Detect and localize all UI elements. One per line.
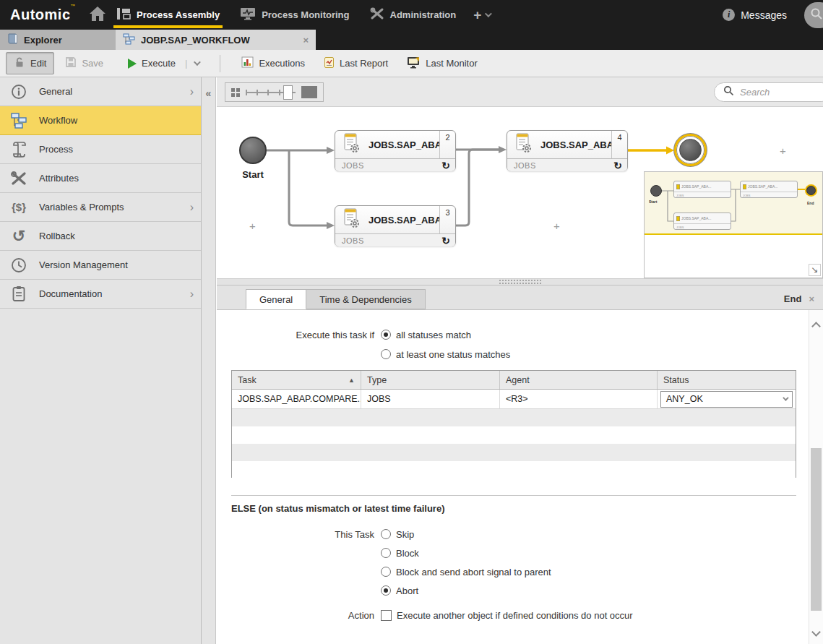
save-icon: [65, 56, 77, 70]
button-label: Save: [82, 58, 103, 69]
execute-dropdown-chevron-icon[interactable]: [194, 59, 201, 66]
zoom-slider-handle[interactable]: [283, 85, 293, 100]
sidebar-item-label: Process: [39, 144, 73, 155]
end-node-selected[interactable]: [674, 134, 707, 166]
status-dropdown[interactable]: ANY_OK: [660, 391, 793, 408]
sidebar-item-version-management[interactable]: Version Management: [0, 251, 201, 280]
dependencies-table: Task▲ Type Agent Status JOBS.SAP_ABAP.CO…: [231, 370, 796, 478]
scroll-up-icon[interactable]: [811, 322, 821, 331]
collapse-icon: «: [202, 87, 215, 99]
nav-label: Process Monitoring: [262, 9, 349, 20]
task-type-label: JOBS: [342, 236, 364, 245]
radio-abort[interactable]: [381, 585, 391, 596]
sidebar-item-label: Version Management: [39, 259, 128, 270]
close-icon[interactable]: ×: [303, 35, 309, 46]
this-task-label: This Task: [217, 529, 381, 540]
else-option-row: Abort: [217, 585, 418, 596]
execute-if-row-one: at least one status matches: [217, 348, 510, 360]
insert-task-plus-icon[interactable]: +: [249, 220, 256, 232]
execute-if-label: Execute this task if: [217, 330, 381, 340]
task-type-label: JOBS: [514, 161, 536, 170]
search-input[interactable]: [740, 87, 812, 98]
minimap-resize-icon[interactable]: ↘: [809, 264, 821, 276]
radio-label: Block: [396, 548, 419, 559]
clock-icon: [9, 257, 29, 273]
last-report-button[interactable]: Last Report: [316, 52, 396, 75]
workflow-task-node-4[interactable]: JOBS.SAP_ABA... 4 JOBS ↻: [507, 130, 628, 171]
cell-status: ANY_OK: [658, 390, 796, 408]
nav-process-assembly[interactable]: Process Assembly: [106, 0, 230, 30]
table-row[interactable]: JOBS.SAP_ABAP.COMPARE... JOBS <R3> ANY_O…: [232, 390, 796, 409]
minimap-task-node: JOBS.SAP_ABA... JOBS: [673, 181, 731, 198]
execute-another-object-checkbox[interactable]: [381, 610, 392, 621]
messages-button[interactable]: Messages: [741, 9, 787, 21]
column-header-type[interactable]: Type: [361, 371, 500, 389]
tab-explorer[interactable]: Explorer: [0, 30, 116, 50]
radio-at-least-one-status[interactable]: [381, 349, 391, 359]
monitor-icon: [407, 56, 421, 71]
sidebar-item-documentation[interactable]: Documentation ›: [0, 280, 201, 309]
radio-block[interactable]: [381, 548, 391, 558]
column-header-task[interactable]: Task▲: [232, 371, 361, 389]
nav-administration[interactable]: Administration: [360, 0, 467, 30]
radio-skip[interactable]: [381, 529, 391, 539]
sidebar-item-workflow[interactable]: Workflow: [0, 106, 201, 135]
workflow-canvas-header: [217, 77, 823, 107]
sidebar-collapse-strip[interactable]: «: [202, 77, 216, 644]
global-search-button[interactable]: [804, 2, 823, 28]
variables-icon: {$}: [9, 201, 29, 213]
start-node[interactable]: [239, 137, 267, 164]
sidebar-item-attributes[interactable]: Attributes: [0, 164, 201, 193]
tab-jobp-sap-workflow[interactable]: JOBP.SAP_WORKFLOW ×: [116, 30, 316, 50]
grid-view-icon[interactable]: [231, 88, 240, 97]
insert-task-plus-icon[interactable]: +: [553, 220, 560, 232]
panel-scrollbar[interactable]: [809, 310, 823, 644]
minimap-end-label: End: [807, 201, 814, 205]
radio-block-abort-parent[interactable]: [381, 567, 391, 577]
workflow-task-node-2[interactable]: JOBS.SAP_ABA... 2 JOBS ↻: [335, 130, 456, 171]
last-monitor-button[interactable]: Last Monitor: [399, 52, 486, 75]
clipboard-icon: [9, 285, 29, 302]
zoom-max-icon[interactable]: [301, 86, 317, 98]
object-toolbar: Edit Save Execute | Executions Last Repo…: [0, 50, 823, 77]
canvas-search-box[interactable]: [714, 82, 823, 102]
sidebar-item-process[interactable]: Process: [0, 135, 201, 164]
task-title: JOBS.SAP_ABA...: [369, 139, 439, 150]
panel-title-group: End ×: [784, 293, 823, 309]
sidebar-item-variables-prompts[interactable]: {$} Variables & Prompts ›: [0, 193, 201, 222]
workflow-task-node-3[interactable]: JOBS.SAP_ABA... 3 JOBS ↻: [335, 205, 456, 246]
process-monitoring-icon: [240, 7, 256, 22]
workflow-minimap[interactable]: Start JOBS.SAP_ABA... JOBS JOBS.SAP_ABA.…: [644, 171, 823, 278]
empty-table-row: [232, 461, 796, 478]
sidebar-item-rollback[interactable]: ↺ Rollback: [0, 222, 201, 251]
splitter-grip[interactable]: [499, 280, 541, 284]
task-title: JOBS.SAP_ABA...: [540, 139, 611, 150]
save-button[interactable]: Save: [57, 52, 111, 74]
horizontal-splitter[interactable]: [217, 278, 823, 285]
column-header-status[interactable]: Status: [658, 371, 796, 389]
tab-general[interactable]: General: [246, 289, 306, 309]
nav-process-monitoring[interactable]: Process Monitoring: [230, 0, 359, 30]
scrollbar-thumb[interactable]: [811, 448, 822, 611]
scroll-down-icon[interactable]: [811, 627, 821, 637]
else-heading-row: ELSE (on status mismatch or latest time …: [231, 502, 444, 514]
insert-task-plus-icon[interactable]: +: [780, 145, 786, 157]
edit-button[interactable]: Edit: [6, 52, 54, 74]
trademark-mark: ™: [71, 4, 77, 9]
workflow-canvas[interactable]: Start JOBS.SAP_ABA... 2 JOBS ↻ JOBS.SAP_: [217, 107, 823, 278]
empty-table-row: [232, 426, 796, 444]
add-perspective-button[interactable]: +: [473, 7, 490, 23]
sidebar-item-general[interactable]: General ›: [0, 77, 201, 106]
executions-button[interactable]: Executions: [233, 52, 313, 74]
sap-job-icon: [344, 133, 360, 156]
tab-time-dependencies[interactable]: Time & Dependencies: [306, 289, 425, 309]
close-icon[interactable]: ×: [809, 293, 814, 304]
task-number: 4: [611, 131, 627, 158]
execute-button[interactable]: Execute |: [120, 53, 207, 73]
section-divider: [231, 495, 796, 496]
column-header-agent[interactable]: Agent: [500, 371, 658, 389]
zoom-slider[interactable]: [246, 85, 296, 100]
home-button[interactable]: [89, 6, 106, 25]
sort-asc-icon: ▲: [348, 377, 355, 384]
radio-all-statuses-match[interactable]: [381, 330, 391, 340]
